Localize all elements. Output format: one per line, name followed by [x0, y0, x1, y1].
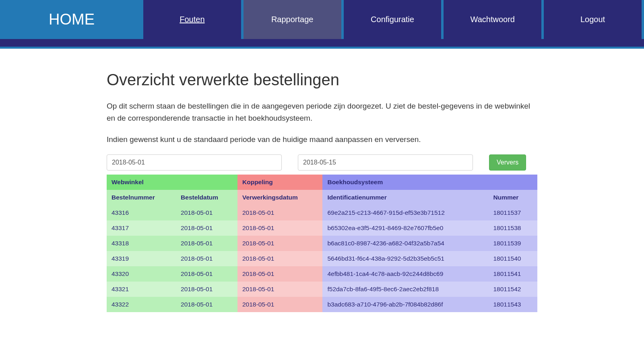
cell-nummer: 18011538 — [488, 220, 537, 236]
col-besteldatum: Besteldatum — [176, 190, 237, 205]
cell-verwerkingsdatum: 2018-05-01 — [237, 266, 322, 282]
table-row: 433172018-05-012018-05-01b65302ea-e3f5-4… — [107, 220, 537, 236]
nav-label-configuratie: Configuratie — [371, 15, 414, 24]
table-body: 433162018-05-012018-05-0169e2a215-c213-4… — [107, 205, 537, 312]
cell-identificatie: 69e2a215-c213-4667-915d-ef53e3b71512 — [322, 205, 488, 220]
cell-bestelnummer: 43317 — [107, 220, 176, 236]
table-row: 433192018-05-012018-05-015646bd31-f6c4-4… — [107, 251, 537, 266]
cell-besteldatum: 2018-05-01 — [176, 282, 237, 297]
nav-link-fouten[interactable]: Fouten — [180, 15, 204, 24]
cell-verwerkingsdatum: 2018-05-01 — [237, 251, 322, 266]
cell-nummer: 18011543 — [488, 297, 537, 312]
table-row: 433222018-05-012018-05-01b3adc683-a710-4… — [107, 297, 537, 312]
orders-table: Webwinkel Koppeling Boekhoudsysteem Best… — [107, 175, 537, 312]
cell-bestelnummer: 43316 — [107, 205, 176, 220]
navbar: HOME Fouten Rapportage Configuratie Wach… — [0, 0, 644, 39]
navbar-border — [0, 39, 644, 49]
cell-nummer: 18011539 — [488, 236, 537, 251]
cell-identificatie: 4efbb481-1ca4-4c78-aacb-92c244d8bc69 — [322, 266, 488, 282]
refresh-button[interactable]: Ververs — [489, 154, 526, 171]
table-row: 433202018-05-012018-05-014efbb481-1ca4-4… — [107, 266, 537, 282]
cell-bestelnummer: 43319 — [107, 251, 176, 266]
date-filter-row: Ververs — [107, 154, 537, 171]
cell-besteldatum: 2018-05-01 — [176, 205, 237, 220]
cell-identificatie: f52da7cb-8fa6-49f5-8ec6-2aec2eb2f818 — [322, 282, 488, 297]
col-bestelnummer: Bestelnummer — [107, 190, 176, 205]
nav-label-logout: Logout — [580, 15, 605, 24]
cell-verwerkingsdatum: 2018-05-01 — [237, 220, 322, 236]
cell-verwerkingsdatum: 2018-05-01 — [237, 236, 322, 251]
cell-bestelnummer: 43322 — [107, 297, 176, 312]
nav-configuratie[interactable]: Configuratie — [344, 0, 444, 39]
cell-nummer: 18011540 — [488, 251, 537, 266]
date-from-input[interactable] — [107, 154, 282, 171]
table-row: 433162018-05-012018-05-0169e2a215-c213-4… — [107, 205, 537, 220]
cell-nummer: 18011541 — [488, 266, 537, 282]
column-header-row: Bestelnummer Besteldatum Verwerkingsdatu… — [107, 190, 537, 205]
cell-besteldatum: 2018-05-01 — [176, 236, 237, 251]
cell-identificatie: b6ac81c0-8987-4236-a682-04f32a5b7a54 — [322, 236, 488, 251]
cell-besteldatum: 2018-05-01 — [176, 266, 237, 282]
cell-identificatie: 5646bd31-f6c4-438a-9292-5d2b35eb5c51 — [322, 251, 488, 266]
table-row: 433182018-05-012018-05-01b6ac81c0-8987-4… — [107, 236, 537, 251]
intro-text-1: Op dit scherm staan de bestellingen die … — [107, 100, 537, 125]
cell-verwerkingsdatum: 2018-05-01 — [237, 297, 322, 312]
date-to-input[interactable] — [298, 154, 473, 171]
col-identificatienummer: Identificatienummer — [322, 190, 488, 205]
cell-bestelnummer: 43320 — [107, 266, 176, 282]
col-nummer: Nummer — [488, 190, 537, 205]
cell-nummer: 18011537 — [488, 205, 537, 220]
brand-home[interactable]: HOME — [0, 0, 143, 39]
group-header-webwinkel: Webwinkel — [107, 175, 237, 190]
intro-text-2: Indien gewenst kunt u de standaard perio… — [107, 134, 537, 146]
cell-bestelnummer: 43321 — [107, 282, 176, 297]
nav-wachtwoord[interactable]: Wachtwoord — [444, 0, 544, 39]
group-header-koppeling: Koppeling — [237, 175, 322, 190]
nav-menu: Fouten Rapportage Configuratie Wachtwoor… — [143, 0, 644, 39]
cell-verwerkingsdatum: 2018-05-01 — [237, 205, 322, 220]
cell-identificatie: b3adc683-a710-4796-ab2b-7f084b82d86f — [322, 297, 488, 312]
cell-identificatie: b65302ea-e3f5-4291-8469-82e7607fb5e0 — [322, 220, 488, 236]
page-title: Overzicht verwerkte bestellingen — [107, 71, 537, 89]
cell-besteldatum: 2018-05-01 — [176, 297, 237, 312]
group-header-row: Webwinkel Koppeling Boekhoudsysteem — [107, 175, 537, 190]
nav-rapportage[interactable]: Rapportage — [244, 0, 344, 39]
cell-bestelnummer: 43318 — [107, 236, 176, 251]
col-verwerkingsdatum: Verwerkingsdatum — [237, 190, 322, 205]
content: Overzicht verwerkte bestellingen Op dit … — [101, 71, 543, 312]
table-row: 433212018-05-012018-05-01f52da7cb-8fa6-4… — [107, 282, 537, 297]
group-header-boekhoudsysteem: Boekhoudsysteem — [322, 175, 537, 190]
nav-logout[interactable]: Logout — [544, 0, 644, 39]
cell-besteldatum: 2018-05-01 — [176, 220, 237, 236]
cell-besteldatum: 2018-05-01 — [176, 251, 237, 266]
nav-fouten[interactable]: Fouten — [143, 0, 244, 39]
nav-label-wachtwoord: Wachtwoord — [471, 15, 515, 24]
cell-verwerkingsdatum: 2018-05-01 — [237, 282, 322, 297]
cell-nummer: 18011542 — [488, 282, 537, 297]
nav-label-rapportage: Rapportage — [271, 15, 314, 24]
